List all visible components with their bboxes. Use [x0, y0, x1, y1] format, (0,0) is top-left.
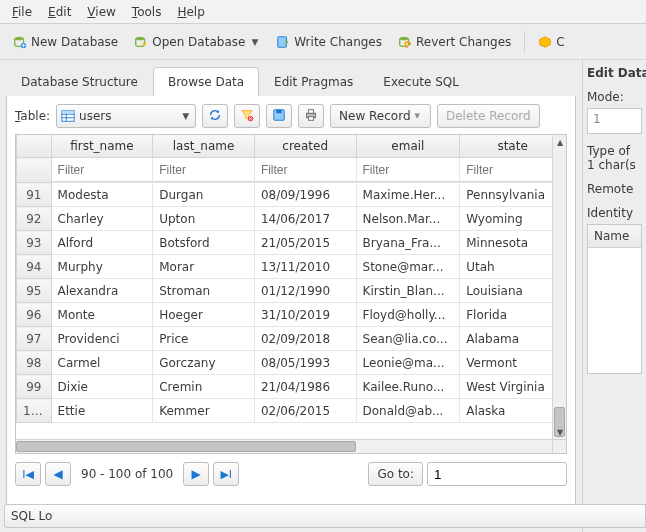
table-row[interactable]: 98CarmelGorczany08/05/1993Leonie@ma...Ve…	[17, 351, 566, 375]
cell-email[interactable]: Stone@mar...	[356, 255, 460, 279]
cell-email[interactable]: Donald@ab...	[356, 399, 460, 423]
goto-input[interactable]	[427, 462, 567, 486]
last-page-button[interactable]: ▶I	[213, 462, 239, 486]
row-number[interactable]: 94	[17, 255, 52, 279]
cell-state[interactable]: Louisiana	[460, 279, 566, 303]
cell-email[interactable]: Kailee.Runo...	[356, 375, 460, 399]
cell-email[interactable]: Maxime.Her...	[356, 183, 460, 207]
cell-created[interactable]: 14/06/2017	[254, 207, 356, 231]
delete-record-button[interactable]: Delete Record	[437, 104, 540, 128]
cell-first-name[interactable]: Charley	[51, 207, 153, 231]
vertical-scrollbar[interactable]: ▲ ▼	[552, 135, 566, 439]
cell-first-name[interactable]: Alford	[51, 231, 153, 255]
revert-changes-button[interactable]: Revert Changes	[391, 30, 518, 54]
menu-tools[interactable]: Tools	[124, 2, 170, 22]
menu-edit[interactable]: Edit	[40, 2, 79, 22]
tab-edit-pragmas[interactable]: Edit Pragmas	[259, 67, 368, 96]
row-number[interactable]: 95	[17, 279, 52, 303]
menu-file[interactable]: File	[4, 2, 40, 22]
hscroll-thumb[interactable]	[16, 441, 356, 452]
col-first-name[interactable]: first_name	[51, 135, 153, 158]
filter-last-name[interactable]	[153, 158, 254, 182]
cell-email[interactable]: Sean@lia.co...	[356, 327, 460, 351]
cell-created[interactable]: 08/09/1996	[254, 183, 356, 207]
cell-email[interactable]: Leonie@ma...	[356, 351, 460, 375]
table-row[interactable]: 95AlexandraStroman01/12/1990Kirstin_Blan…	[17, 279, 566, 303]
row-number[interactable]: 99	[17, 375, 52, 399]
cell-last-name[interactable]: Stroman	[153, 279, 255, 303]
save-view-button[interactable]	[266, 104, 292, 128]
filter-email[interactable]	[357, 158, 460, 182]
cell-created[interactable]: 02/06/2015	[254, 399, 356, 423]
new-database-button[interactable]: New Database	[6, 30, 125, 54]
cell-email[interactable]: Kirstin_Blan...	[356, 279, 460, 303]
table-picker[interactable]: users ▼	[56, 104, 196, 128]
first-page-button[interactable]: I◀	[15, 462, 41, 486]
cell-first-name[interactable]: Alexandra	[51, 279, 153, 303]
cell-last-name[interactable]: Morar	[153, 255, 255, 279]
cell-last-name[interactable]: Durgan	[153, 183, 255, 207]
cell-first-name[interactable]: Providenci	[51, 327, 153, 351]
cell-first-name[interactable]: Monte	[51, 303, 153, 327]
cell-state[interactable]: Minnesota	[460, 231, 566, 255]
row-number[interactable]: 96	[17, 303, 52, 327]
next-page-button[interactable]: ▶	[183, 462, 209, 486]
row-number[interactable]: 98	[17, 351, 52, 375]
identity-name-header[interactable]: Name	[588, 225, 641, 248]
filter-state[interactable]	[460, 158, 565, 182]
table-row[interactable]: 96MonteHoeger31/10/2019Floyd@holly...Flo…	[17, 303, 566, 327]
cell-created[interactable]: 08/05/1993	[254, 351, 356, 375]
scroll-down-icon[interactable]: ▼	[553, 425, 567, 439]
cell-created[interactable]: 02/09/2018	[254, 327, 356, 351]
goto-button[interactable]: Go to:	[368, 462, 423, 486]
cell-first-name[interactable]: Murphy	[51, 255, 153, 279]
filter-first-name[interactable]	[52, 158, 153, 182]
scroll-up-icon[interactable]: ▲	[553, 135, 567, 149]
cell-email[interactable]: Bryana_Fra...	[356, 231, 460, 255]
cell-created[interactable]: 01/12/1990	[254, 279, 356, 303]
cell-state[interactable]: Vermont	[460, 351, 566, 375]
cell-first-name[interactable]: Carmel	[51, 351, 153, 375]
new-record-button[interactable]: New Record▼	[330, 104, 431, 128]
cell-state[interactable]: Wyoming	[460, 207, 566, 231]
tab-execute-sql[interactable]: Execute SQL	[368, 67, 474, 96]
toolbar-extra-button[interactable]: C	[531, 30, 571, 54]
table-row[interactable]: 94MurphyMorar13/11/2010Stone@mar...Utah	[17, 255, 566, 279]
table-row[interactable]: 99DixieCremin21/04/1986Kailee.Runo...Wes…	[17, 375, 566, 399]
prev-page-button[interactable]: ◀	[45, 462, 71, 486]
cell-created[interactable]: 13/11/2010	[254, 255, 356, 279]
cell-email[interactable]: Floyd@holly...	[356, 303, 460, 327]
cell-last-name[interactable]: Hoeger	[153, 303, 255, 327]
row-number[interactable]: 91	[17, 183, 52, 207]
identity-list[interactable]: Name	[587, 224, 642, 374]
cell-created[interactable]: 21/04/1986	[254, 375, 356, 399]
table-row[interactable]: 92CharleyUpton14/06/2017Nelson.Mar...Wyo…	[17, 207, 566, 231]
row-number[interactable]: 92	[17, 207, 52, 231]
open-database-button[interactable]: Open Database ▼	[127, 30, 267, 54]
cell-first-name[interactable]: Dixie	[51, 375, 153, 399]
col-last-name[interactable]: last_name	[153, 135, 255, 158]
table-row[interactable]: 100EttieKemmer02/06/2015Donald@ab...Alas…	[17, 399, 566, 423]
row-number[interactable]: 100	[17, 399, 52, 423]
row-number[interactable]: 93	[17, 231, 52, 255]
cell-last-name[interactable]: Upton	[153, 207, 255, 231]
cell-state[interactable]: Alabama	[460, 327, 566, 351]
filter-created[interactable]	[255, 158, 356, 182]
col-state[interactable]: state	[460, 135, 566, 158]
cell-email[interactable]: Nelson.Mar...	[356, 207, 460, 231]
table-row[interactable]: 93AlfordBotsford21/05/2015Bryana_Fra...M…	[17, 231, 566, 255]
table-row[interactable]: 97ProvidenciPrice02/09/2018Sean@lia.co..…	[17, 327, 566, 351]
cell-state[interactable]: Florida	[460, 303, 566, 327]
horizontal-scrollbar[interactable]	[16, 439, 552, 453]
row-number[interactable]: 97	[17, 327, 52, 351]
cell-created[interactable]: 31/10/2019	[254, 303, 356, 327]
cell-state[interactable]: Utah	[460, 255, 566, 279]
open-database-dropdown-icon[interactable]: ▼	[249, 37, 260, 47]
print-button[interactable]	[298, 104, 324, 128]
sql-log-button[interactable]: SQL Lo	[582, 504, 646, 528]
cell-last-name[interactable]: Botsford	[153, 231, 255, 255]
cell-created[interactable]: 21/05/2015	[254, 231, 356, 255]
tab-browse-data[interactable]: Browse Data	[153, 67, 259, 96]
cell-state[interactable]: Alaska	[460, 399, 566, 423]
mode-value-box[interactable]: 1	[587, 108, 642, 134]
